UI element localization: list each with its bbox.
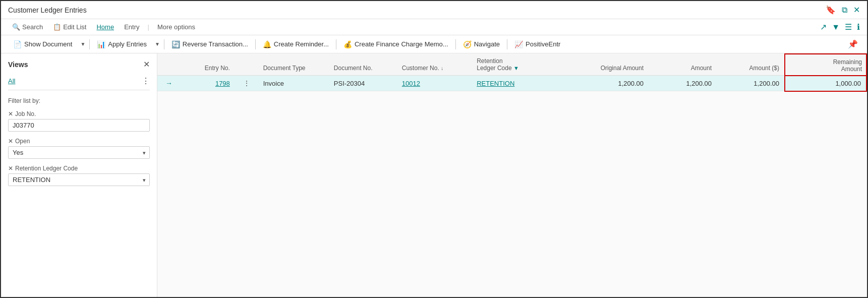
divider-1 — [89, 39, 90, 49]
filter-job-no: ✕ Job No. — [8, 110, 150, 132]
row-document-no: PSI-20304 — [329, 76, 397, 91]
apply-entries-dropdown[interactable]: ▼ — [153, 39, 162, 49]
remove-open-filter[interactable]: ✕ — [8, 138, 13, 145]
divider-5 — [455, 39, 456, 49]
col-document-no: Document No. — [329, 54, 397, 76]
open-select[interactable]: Yes No — [8, 146, 150, 159]
views-more-button[interactable]: ⋮ — [142, 76, 150, 86]
views-title: Views — [8, 61, 28, 69]
col-customer-no: Customer No. ↓ — [397, 54, 472, 76]
chevron-down-icon: ▼ — [80, 41, 85, 47]
apply-entries-button[interactable]: 📊 Apply Entries — [92, 38, 152, 51]
chevron-down-icon-2: ▼ — [155, 41, 160, 47]
col-retention-ledger: RetentionLedger Code ▼ — [472, 54, 567, 76]
open-external-icon[interactable]: ⧉ — [842, 6, 847, 15]
collapse-icon[interactable]: ✕ — [853, 5, 860, 15]
reverse-transaction-icon: 🔄 — [171, 40, 180, 48]
table-wrapper: Entry No. Document Type Document No. Cus… — [157, 53, 867, 297]
page-title: Customer Ledger Entries — [8, 6, 87, 14]
positive-entr-button[interactable]: 📈 PositiveEntr — [509, 38, 565, 51]
filter-open: ✕ Open Yes No ▾ — [8, 138, 150, 159]
bookmark-icon[interactable]: 🔖 — [826, 5, 836, 15]
edit-list-button[interactable]: 📋 Edit List — [49, 21, 90, 33]
row-original-amount: 1,200.00 — [567, 76, 649, 91]
home-tab[interactable]: Home — [92, 21, 118, 33]
row-amount-dollar: 1,200.00 — [717, 76, 785, 91]
divider-6 — [507, 39, 507, 49]
navigate-icon: 🧭 — [463, 40, 472, 48]
apply-entries-icon: 📊 — [97, 40, 105, 48]
sidebar-close-button[interactable]: ✕ — [143, 59, 150, 69]
row-document-type: Invoice — [258, 76, 329, 91]
row-entry-no: 1798 — [181, 76, 235, 91]
more-options-button[interactable]: More options — [153, 21, 199, 33]
divider-3 — [255, 39, 256, 49]
open-label: Open — [15, 138, 30, 145]
entry-no-link[interactable]: 1798 — [215, 80, 230, 87]
search-button[interactable]: 🔍 Search — [8, 21, 47, 33]
col-amount-dollar: Amount ($) — [717, 54, 785, 76]
divider-4 — [336, 39, 336, 49]
reverse-transaction-button[interactable]: 🔄 Reverse Transaction... — [166, 38, 253, 51]
main-content: Entry No. Document Type Document No. Cus… — [157, 53, 867, 297]
create-finance-charge-button[interactable]: 💰 Create Finance Charge Memo... — [338, 38, 453, 51]
all-views-link[interactable]: All — [8, 77, 15, 85]
col-entry-no: Entry No. — [181, 54, 235, 76]
row-dots[interactable]: ⋮ — [235, 76, 258, 91]
filter-active-icon: ▼ — [513, 65, 519, 71]
col-arrow — [157, 54, 181, 76]
row-customer-no: 10012 — [397, 76, 472, 91]
sidebar: Views ✕ All ⋮ Filter list by: ✕ Job No. … — [1, 53, 157, 297]
create-reminder-button[interactable]: 🔔 Create Reminder... — [258, 38, 334, 51]
row-amount: 1,200.00 — [649, 76, 717, 91]
show-document-icon: 📄 — [13, 40, 22, 48]
search-icon: 🔍 — [12, 23, 20, 31]
job-no-input[interactable] — [8, 119, 150, 132]
job-no-label: Job No. — [15, 110, 36, 117]
sort-icon: ↓ — [441, 66, 443, 71]
row-arrow: → — [157, 76, 181, 91]
create-finance-icon: 💰 — [343, 40, 352, 48]
retention-ledger-label: Retention Ledger Code — [15, 165, 78, 172]
filter-retention-ledger-code: ✕ Retention Ledger Code RETENTION ▾ — [8, 165, 150, 186]
info-icon[interactable]: ℹ — [857, 22, 860, 32]
col-amount: Amount — [649, 54, 717, 76]
row-remaining-amount: 1,000.00 — [785, 76, 866, 91]
retention-ledger-select[interactable]: RETENTION — [8, 173, 150, 186]
row-retention-code: RETENTION — [472, 76, 567, 91]
table-row: → 1798 ⋮ Invoice PSI-20304 10012 RE — [157, 76, 866, 91]
col-remaining-amount: RemainingAmount — [785, 54, 866, 76]
retention-code-link[interactable]: RETENTION — [477, 80, 514, 87]
remove-retention-filter[interactable]: ✕ — [8, 165, 13, 172]
share-icon[interactable]: ↗ — [820, 22, 827, 32]
pin-icon[interactable]: 📌 — [848, 40, 858, 48]
divider-2 — [164, 39, 164, 49]
positive-entr-icon: 📈 — [514, 40, 523, 48]
ledger-table: Entry No. Document Type Document No. Cus… — [157, 53, 867, 92]
customer-no-link[interactable]: 10012 — [402, 80, 420, 87]
col-original-amount: Original Amount — [567, 54, 649, 76]
columns-icon[interactable]: ☰ — [845, 22, 852, 32]
edit-list-icon: 📋 — [53, 23, 61, 31]
entry-tab[interactable]: Entry — [120, 21, 143, 33]
navigate-button[interactable]: 🧭 Navigate — [458, 38, 505, 51]
remove-job-no-filter[interactable]: ✕ — [8, 110, 13, 117]
col-dots — [235, 54, 258, 76]
show-document-dropdown[interactable]: ▼ — [78, 39, 87, 49]
show-document-button[interactable]: 📄 Show Document — [8, 38, 77, 51]
filter-icon[interactable]: ▼ — [832, 23, 840, 32]
create-reminder-icon: 🔔 — [263, 40, 271, 48]
filter-by-label: Filter list by: — [8, 97, 150, 104]
col-document-type: Document Type — [258, 54, 329, 76]
